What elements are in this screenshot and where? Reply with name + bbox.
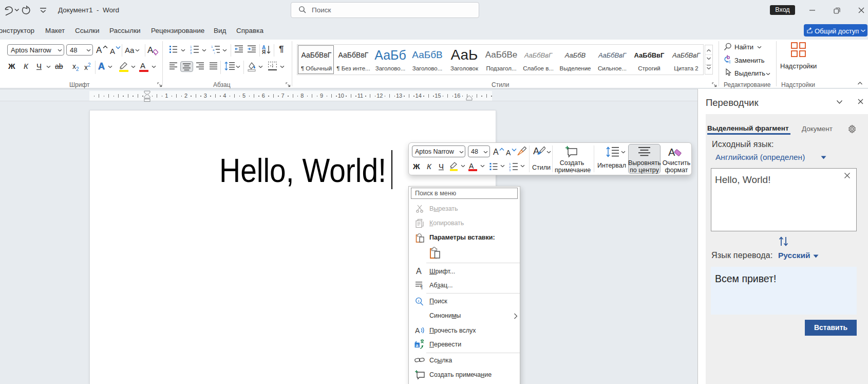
- svg-text:¶: ¶: [420, 285, 423, 289]
- svg-text:a: a: [416, 342, 419, 348]
- svg-text:3: 3: [190, 51, 192, 54]
- svg-text:3: 3: [509, 169, 511, 172]
- svg-text:A: A: [533, 146, 539, 156]
- svg-text:c: c: [728, 59, 731, 64]
- svg-text:i: i: [214, 51, 215, 54]
- svg-text:A: A: [415, 326, 420, 335]
